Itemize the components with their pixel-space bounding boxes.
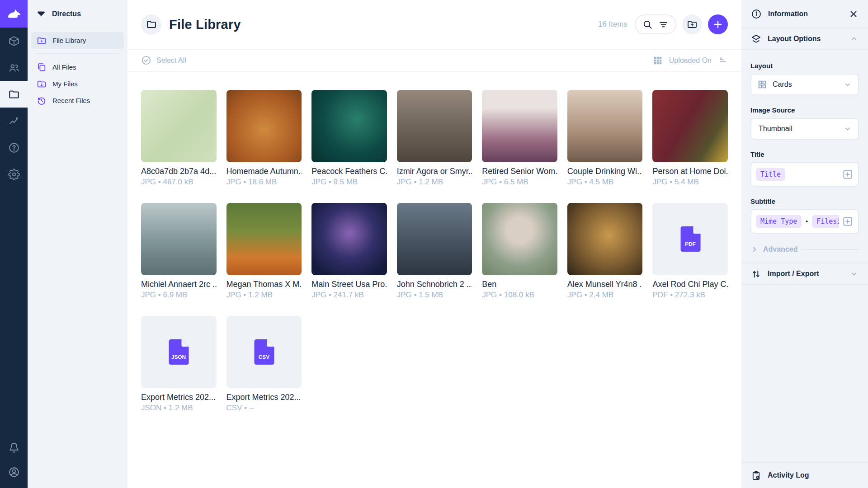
file-card[interactable]: Person at Home Doi... JPG • 5.4 MB: [652, 90, 728, 187]
file-thumbnail: [141, 203, 217, 275]
notifications-button[interactable]: [0, 436, 28, 460]
file-card[interactable]: Alex Munsell Yr4n8 ... JPG • 2.4 MB: [567, 203, 643, 300]
file-meta: JPG • 18.6 MB: [226, 178, 302, 187]
header-actions: 16 Items: [598, 14, 728, 34]
project-header[interactable]: Directus: [28, 0, 127, 28]
file-card[interactable]: John Schnobrich 2 ... JPG • 1.5 MB: [397, 203, 472, 300]
nav-item-my-files[interactable]: My Files: [31, 75, 124, 92]
file-meta: JPG • 1.2 MB: [397, 178, 472, 187]
folder-user-icon: [37, 79, 47, 89]
module-content[interactable]: [0, 28, 28, 54]
advanced-toggle[interactable]: Advanced: [750, 245, 859, 253]
file-meta: JPG • 108.0 kB: [482, 291, 557, 300]
page-header: File Library 16 Items: [127, 0, 741, 50]
nav-item-file-library[interactable]: File Library: [31, 32, 124, 49]
search-icon[interactable]: [642, 19, 653, 30]
module-files[interactable]: [0, 81, 28, 108]
view-sort-controls: Uploaded On: [653, 56, 728, 66]
file-thumbnail: [226, 90, 302, 162]
activity-log-button[interactable]: Activity Log: [741, 462, 868, 488]
chevron-right-icon: [750, 245, 759, 253]
title-chip[interactable]: Title: [756, 168, 785, 181]
file-thumbnail: [652, 90, 728, 162]
mime-type-chip[interactable]: Mime Type: [756, 215, 802, 228]
file-card[interactable]: Ben JPG • 108.0 kB: [482, 203, 557, 300]
page-icon-button[interactable]: [141, 14, 161, 35]
nav-divider: [37, 53, 118, 54]
chevron-down-icon: [843, 124, 852, 133]
subtitle-field[interactable]: Mime Type • Filesize: [750, 209, 859, 234]
nav-item-recent-files[interactable]: Recent Files: [31, 92, 124, 109]
file-card[interactable]: Izmir Agora or Smyr... JPG • 1.2 MB: [397, 90, 472, 187]
activity-log-icon: [751, 470, 761, 481]
svg-text:CSV: CSV: [259, 354, 269, 360]
copies-icon: [37, 62, 47, 72]
insights-icon: [8, 115, 20, 127]
filesize-chip[interactable]: Filesize: [812, 215, 839, 228]
svg-text:PDF: PDF: [685, 241, 696, 247]
folder-plus-icon: [687, 19, 698, 30]
chevron-down-icon: [843, 80, 852, 89]
file-card[interactable]: Peacock Feathers C... JPG • 9.5 MB: [311, 90, 387, 187]
file-meta: JPG • 4.5 MB: [567, 178, 643, 187]
import-export-icon: [751, 269, 761, 279]
add-field-icon[interactable]: [842, 216, 854, 227]
file-card[interactable]: PDF Axel Rod Chi Play C... PDF • 272.3 k…: [652, 203, 728, 300]
project-name: Directus: [52, 10, 81, 18]
file-card[interactable]: Couple Drinking Wi... JPG • 4.5 MB: [567, 90, 643, 187]
module-users[interactable]: [0, 54, 28, 81]
grid-view-icon[interactable]: [653, 56, 663, 66]
document-icon: PDF: [679, 226, 701, 252]
file-card[interactable]: Retired Senior Wom... JPG • 6.5 MB: [482, 90, 557, 187]
import-export-accordion[interactable]: Import / Export: [741, 263, 868, 285]
advanced-divider: [802, 249, 859, 250]
selection-toolbar: Select All Uploaded On: [127, 50, 741, 72]
file-meta: JPG • 467.0 kB: [141, 178, 217, 187]
layout-options-accordion[interactable]: Layout Options: [741, 28, 868, 50]
subtitle-field-label: Subtitle: [750, 197, 859, 205]
folder-star-icon: [37, 36, 47, 46]
plus-icon: [712, 19, 723, 30]
file-card[interactable]: Main Street Usa Pro... JPG • 241.7 kB: [311, 203, 387, 300]
nav-item-label: All Files: [52, 63, 76, 71]
file-thumbnail: [311, 203, 387, 275]
file-thumbnail: [311, 90, 387, 162]
directus-logo[interactable]: [0, 0, 28, 28]
title-field[interactable]: Title: [750, 162, 859, 187]
layout-select[interactable]: Cards: [750, 74, 859, 95]
file-card[interactable]: JSON Export Metrics 202... JSON • 1.2 MB: [141, 316, 217, 413]
select-all-button[interactable]: Select All: [141, 55, 186, 66]
new-folder-button[interactable]: [682, 14, 702, 34]
filter-icon[interactable]: [658, 19, 669, 30]
cards-grid-icon: [757, 80, 767, 89]
file-meta: JPG • 6.9 MB: [141, 291, 217, 300]
bell-icon: [9, 442, 19, 453]
image-source-select[interactable]: Thumbnail: [750, 118, 859, 140]
module-settings[interactable]: [0, 161, 28, 188]
users-icon: [8, 62, 20, 74]
layout-options-body: Layout Cards Image Source Thumbnail Titl…: [741, 50, 868, 263]
module-help[interactable]: [0, 134, 28, 161]
add-field-icon[interactable]: [842, 169, 854, 180]
close-icon[interactable]: [849, 9, 859, 19]
file-meta: JPG • 5.4 MB: [652, 178, 728, 187]
nav-list: File Library All Files My Files Recent F: [28, 28, 127, 113]
nav-item-label: Recent Files: [52, 97, 90, 104]
file-title: Megan Thomas X M...: [226, 280, 302, 289]
module-insights[interactable]: [0, 108, 28, 134]
file-thumbnail: [397, 203, 472, 275]
file-card[interactable]: CSV Export Metrics 202... CSV • --: [226, 316, 302, 413]
sort-field-label[interactable]: Uploaded On: [669, 56, 712, 65]
file-card[interactable]: Megan Thomas X M... JPG • 1.2 MB: [226, 203, 302, 300]
sort-direction-icon[interactable]: [718, 56, 728, 66]
account-button[interactable]: [0, 460, 28, 484]
file-card[interactable]: Michiel Annaert 2rc ... JPG • 6.9 MB: [141, 203, 217, 300]
nav-item-all-files[interactable]: All Files: [31, 59, 124, 75]
file-card[interactable]: A8c0a7db 2b7a 4d... JPG • 467.0 kB: [141, 90, 217, 187]
box-icon: [8, 35, 20, 47]
file-card[interactable]: Homemade Autumn... JPG • 18.6 MB: [226, 90, 302, 187]
document-icon: JSON: [168, 339, 189, 365]
advanced-label: Advanced: [763, 245, 797, 253]
add-file-button[interactable]: [708, 14, 728, 34]
file-title: Export Metrics 202...: [226, 393, 302, 402]
